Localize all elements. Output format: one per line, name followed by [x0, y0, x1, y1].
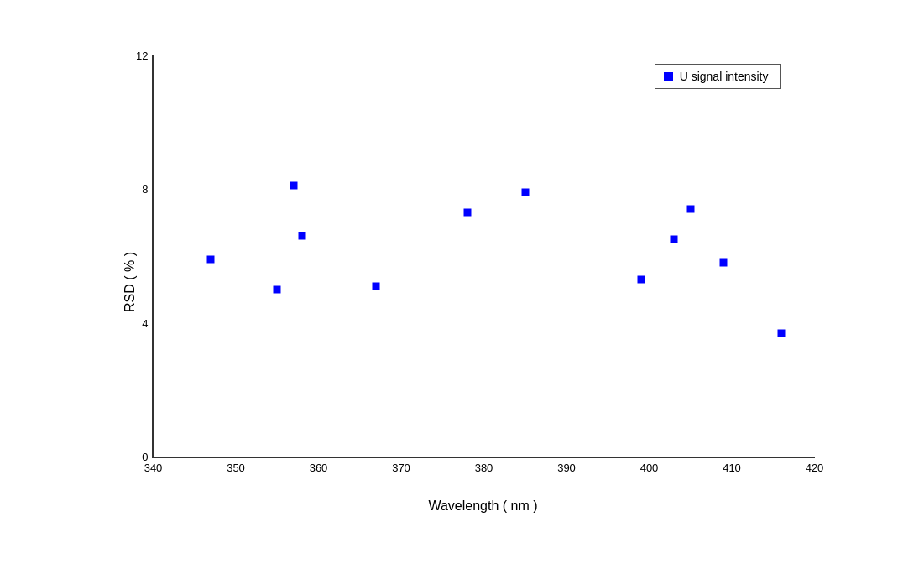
x-tick-420: 420: [806, 457, 824, 474]
data-point: [207, 255, 215, 263]
x-tick-390: 390: [557, 457, 576, 474]
x-tick-380: 380: [475, 457, 493, 474]
x-tick-340: 340: [144, 457, 163, 474]
x-axis-label-text: Wavelength ( nm ): [428, 499, 537, 513]
x-tick-410: 410: [723, 457, 741, 474]
data-point: [463, 209, 471, 217]
y-tick-12: 12: [136, 50, 153, 62]
x-axis-label: Wavelength ( nm ): [152, 499, 815, 514]
data-point: [637, 275, 645, 283]
x-tick-370: 370: [392, 457, 410, 474]
legend: U signal intensity: [655, 64, 781, 89]
y-tick-4: 4: [142, 316, 153, 329]
data-point: [290, 182, 297, 190]
y-axis-label: RSD ( % ): [123, 252, 138, 312]
data-point: [274, 285, 281, 293]
x-tick-350: 350: [227, 457, 245, 474]
data-point: [778, 329, 786, 337]
data-point: [671, 236, 678, 243]
data-point: [298, 232, 305, 240]
y-tick-8: 8: [142, 183, 153, 196]
chart-container: RSD ( % ) U signal intensity 0 4 8 12 34…: [85, 39, 840, 525]
legend-icon: [664, 72, 673, 81]
data-point: [720, 258, 728, 266]
chart-area: U signal intensity 0 4 8 12 340 350 360 …: [152, 55, 815, 458]
legend-label: U signal intensity: [680, 70, 769, 83]
x-tick-400: 400: [640, 457, 659, 474]
data-point: [686, 206, 694, 213]
data-point: [521, 189, 529, 196]
x-tick-360: 360: [310, 457, 328, 474]
data-point: [373, 282, 380, 290]
